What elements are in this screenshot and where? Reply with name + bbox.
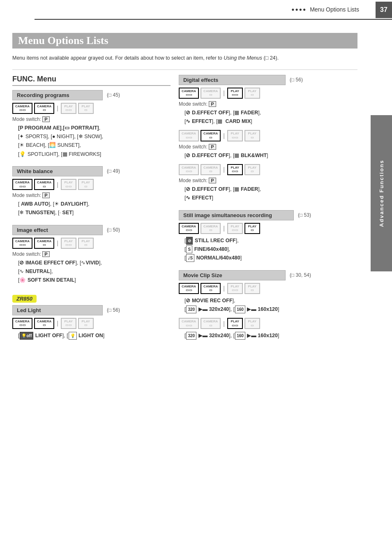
de-buttons-2: CAMERA ▭▭ CAMERA ▭ | PLAY ▭▭ PLAY ▭ (179, 130, 357, 141)
de2-camera-tape: CAMERA ▭▭ (179, 130, 199, 141)
si-camera-tape: CAMERA ▭▭ (179, 223, 199, 234)
page-number: 37 (376, 2, 392, 18)
ie-camera-card-btn: CAMERA ▭ (34, 238, 54, 249)
de2-camera-card: CAMERA ▭ (201, 130, 221, 141)
mc-options-2: [320 ▶▬ 320x240], [160 ▶▬ 160x120] (179, 331, 357, 340)
right-column: Digital effects (□ 56) CAMERA ▭▭ CAMERA … (179, 75, 357, 348)
de1-separator: | (223, 90, 225, 96)
led-light-section: Led Light (□ 56) CAMERA ▭▭ CAMERA ▭ | PL… (12, 305, 171, 340)
digital-effects-row: Digital effects (□ 56) (179, 75, 357, 85)
de-options-1: [⊘ D.EFFECT OFF], [▦ FADER], [∿ EFFECT],… (179, 109, 357, 126)
si-separator: | (223, 225, 225, 232)
mc-160-icon: 160 (235, 306, 245, 313)
mode-switch-icon: P (42, 116, 49, 122)
de1-camera-card: CAMERA ▭ (201, 88, 221, 99)
recording-programs-section: Recording programs (□ 45) CAMERA ▭▭ CAME… (12, 90, 171, 159)
image-effect-row: Image effect (□ 50) (12, 225, 171, 235)
mc2-160-icon: 160 (235, 332, 245, 340)
left-column: FUNC. Menu Recording programs (□ 45) CAM… (12, 75, 171, 348)
play-card-btn: PLAY ▭ (78, 103, 94, 114)
mc1-play-card: PLAY ▭ (244, 283, 260, 294)
image-effect-label: Image effect (12, 225, 103, 235)
movie-clip-row: Movie Clip Size (□ 30, 54) (179, 270, 357, 280)
image-effect-buttons: CAMERA ▭▭ CAMERA ▭ | PLAY ▭▭ PLAY ▭ (12, 238, 171, 249)
de-buttons-1: CAMERA ▭▭ CAMERA ▭ | PLAY ▭▭ PLAY ▭ (179, 88, 357, 99)
play-tape-btn: PLAY ▭▭ (61, 103, 76, 114)
still-image-ref: (□ 53) (298, 212, 311, 218)
page-title: Menu Options Lists (18, 35, 108, 46)
ll-camera-card-btn: CAMERA ▭ (34, 318, 54, 329)
mc2-play-tape: PLAY ▭▭ (227, 318, 243, 329)
si-play-tape: PLAY ▭▭ (227, 223, 243, 234)
de3-play-card: PLAY ▭ (244, 164, 260, 175)
white-balance-row: White balance (□ 49) (12, 166, 171, 176)
white-balance-label: White balance (12, 166, 103, 176)
camera-card-btn: CAMERA ▭ (34, 103, 54, 114)
led-light-options: [💡off LIGHT OFF], [💡 LIGHT ON] (12, 331, 171, 340)
btn-separator: | (57, 105, 58, 111)
white-balance-ref: (□ 49) (107, 168, 120, 174)
ie-mode-switch-icon: P (42, 251, 49, 257)
mc1-separator: | (223, 285, 225, 292)
de-mode-1: Mode switch: P (179, 101, 357, 107)
movie-clip-label: Movie Clip Size (179, 270, 286, 280)
zr-badge: ZR850 (12, 295, 37, 303)
ll-camera-tape-btn: CAMERA ▭▭ (12, 318, 32, 329)
de3-play-tape: PLAY ▭▭ (227, 164, 243, 175)
camera-tape-btn: CAMERA ▭▭ (12, 103, 32, 114)
white-balance-section: White balance (□ 49) CAMERA ▭▭ CAMERA ▭ … (12, 166, 171, 218)
recording-programs-options: [P PROGRAM AE],[▭ PORTRAIT], [✦ SPORTS],… (12, 124, 171, 159)
de1-play-card: PLAY ▭ (244, 88, 260, 99)
mc-320-icon: 320 (186, 306, 196, 313)
divider (12, 69, 357, 70)
image-effect-section: Image effect (□ 50) CAMERA ▭▭ CAMERA ▭ |… (12, 225, 171, 285)
image-effect-options: [⊘ IMAGE EFFECT OFF], [∿VIVID], [∿ NEUTR… (12, 259, 171, 285)
still-image-label: Still image simultaneous recording (179, 210, 294, 220)
still-image-options: [⊘ STILL I.REC OFF], [S FINE/640x480], [… (179, 236, 357, 263)
mc1-play-tape: PLAY ▭▭ (227, 283, 243, 294)
recording-programs-ref: (□ 45) (107, 92, 120, 98)
de-mode-3: Mode switch: P (179, 178, 357, 183)
wb-btn-separator: | (57, 181, 58, 188)
white-balance-buttons: CAMERA ▭▭ CAMERA ▭ | PLAY ▭▭ PLAY ▭ (12, 179, 171, 190)
white-balance-mode: Mode switch: P (12, 192, 171, 198)
wb-mode-switch-icon: P (42, 192, 49, 198)
recording-programs-row: Recording programs (□ 45) (12, 90, 171, 100)
de3-camera-tape: CAMERA ▭▭ (179, 164, 199, 175)
columns: FUNC. Menu Recording programs (□ 45) CAM… (12, 75, 357, 348)
de-mode-2: Mode switch: P (179, 144, 357, 150)
light-off-icon: 💡off (20, 332, 33, 340)
wb-play-tape-btn: PLAY ▭▭ (61, 179, 76, 190)
led-light-ref: (□ 56) (107, 307, 120, 313)
recording-programs-mode: Mode switch: P (12, 116, 171, 122)
led-light-label: Led Light (12, 305, 103, 315)
ll-play-card-btn: PLAY ▭ (78, 318, 94, 329)
digital-effects-section: Digital effects (□ 56) CAMERA ▭▭ CAMERA … (179, 75, 357, 203)
de2-play-card: PLAY ▭ (244, 130, 260, 141)
digital-effects-label: Digital effects (179, 75, 286, 85)
de1-play-tape: PLAY ▭▭ (227, 88, 243, 99)
movie-clip-ref: (□ 30, 54) (290, 272, 311, 278)
mc2-play-card: PLAY ▭ (244, 318, 260, 329)
fine-icon: S (186, 245, 192, 253)
image-effect-mode: Mode switch: P (12, 251, 171, 257)
ie-btn-separator: | (57, 240, 58, 246)
de-options-2: [⊘ D.EFFECT OFF], [▦ BLK&WHT] (179, 151, 357, 160)
de3-mode-icon: P (209, 178, 216, 183)
mc2-camera-tape: CAMERA ▭▭ (179, 318, 199, 329)
de1-camera-tape: CAMERA ▭▭ (179, 88, 199, 99)
intro-text: Menu items not available appear grayed o… (12, 54, 357, 62)
section-label: Advanced Functions (371, 115, 392, 271)
de2-mode-icon: P (209, 144, 216, 150)
white-balance-options: [ AWB AUTO], [☀ DAYLIGHT], [❄ TUNGSTEN],… (12, 200, 171, 218)
light-on-icon: 💡 (69, 332, 77, 340)
ll-play-tape-btn: PLAY ▭▭ (61, 318, 76, 329)
ll-btn-separator: | (57, 320, 58, 326)
mc2-camera-card: CAMERA ▭ (201, 318, 221, 329)
ie-camera-tape-btn: CAMERA ▭▭ (12, 238, 32, 249)
header-dots: ●●●● (291, 7, 307, 12)
mc-options-1: [⊘ MOVIE REC OFF], [320 ▶▬ 320x240], [16… (179, 296, 357, 314)
still-image-row: Still image simultaneous recording (□ 53… (179, 210, 357, 220)
ie-play-card-btn: PLAY ▭ (78, 238, 94, 249)
de3-camera-card: CAMERA ▭ (201, 164, 221, 175)
